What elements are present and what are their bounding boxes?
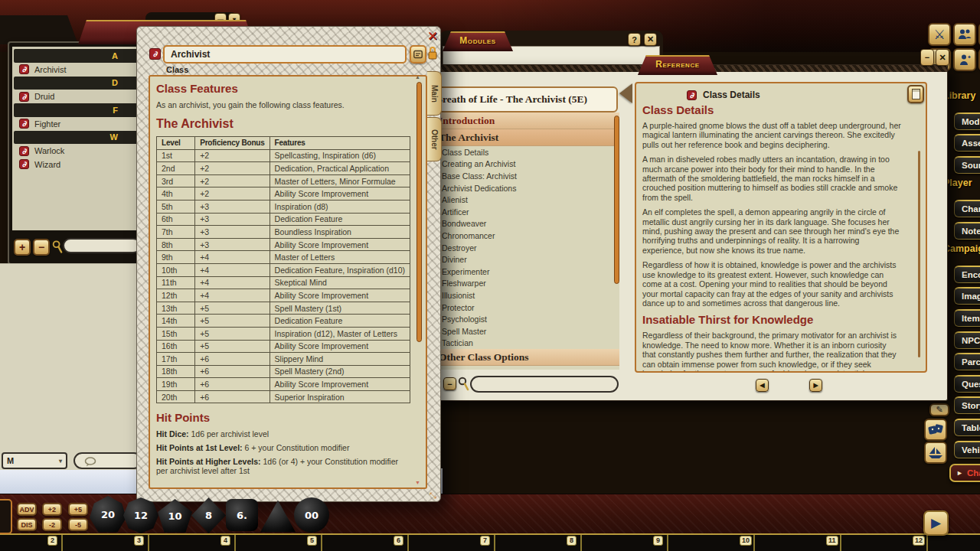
add-button[interactable]: + — [14, 239, 31, 256]
sidebar-item-parcels[interactable]: Parcels — [954, 353, 980, 370]
resize-handle[interactable]: ⤡ — [430, 491, 436, 500]
caret-down-icon: ▾ — [59, 458, 62, 465]
class-list-item-fighter[interactable]: ∂Fighter — [14, 117, 139, 131]
index-entry-artificer[interactable]: Artificer — [430, 206, 619, 218]
index-entry-spell-master[interactable]: Spell Master — [430, 325, 619, 337]
index-entry-psychologist[interactable]: Psychologist — [430, 313, 619, 325]
scroll-down-icon[interactable]: ▼ — [415, 480, 420, 485]
die-d6[interactable]: 6. — [226, 499, 258, 531]
modules-close-button[interactable]: ✕ — [644, 33, 657, 46]
chat-send-button[interactable]: ▶ — [923, 510, 949, 536]
index-search-input[interactable] — [470, 376, 619, 393]
sidebar-item-notes[interactable]: Notes — [954, 222, 980, 240]
sidebar-item-story[interactable]: Story — [954, 396, 980, 414]
ruler-number: 5 — [307, 536, 317, 546]
die-d12[interactable]: 12 — [123, 497, 158, 533]
ruler-number: 2 — [47, 536, 57, 546]
index-entry-fleshwarper[interactable]: Fleshwarper — [430, 278, 619, 290]
pencil-icon: ✎ — [936, 405, 942, 415]
content-breadcrumb: Class Details — [703, 90, 760, 100]
back-arrow-button[interactable] — [619, 83, 632, 103]
tab-modules[interactable]: Modules — [443, 31, 513, 51]
sidebar-item-items[interactable]: Items — [954, 309, 980, 327]
vehicles-boat-button[interactable] — [924, 442, 947, 464]
index-scrollbar[interactable] — [614, 116, 619, 284]
sidebar-item-images[interactable]: Images — [954, 287, 980, 305]
modifier-button-2[interactable]: +2 — [42, 503, 62, 516]
index-entry-the-archivist[interactable]: The Archivist — [430, 129, 619, 146]
index-entry-archivist-dedications[interactable]: Archivist Dedications — [430, 182, 619, 194]
index-entry-destroyer[interactable]: Destroyer — [430, 242, 619, 254]
index-entry-base-class-archivist[interactable]: Base Class: Archivist — [430, 170, 619, 182]
tab-reference[interactable]: Reference — [638, 55, 717, 75]
sidebar-item-quests[interactable]: Quests — [954, 375, 980, 393]
index-collapse-button[interactable]: − — [443, 377, 456, 390]
modifier-button-adv[interactable]: ADV — [17, 503, 37, 516]
group-icon — [958, 28, 972, 41]
modifier-button-2[interactable]: -2 — [42, 518, 62, 531]
sidebar-item-modules[interactable]: Modules — [954, 112, 980, 130]
dice-tower[interactable] — [0, 499, 12, 534]
index-entry-chronomancer[interactable]: Chronomancer — [430, 230, 619, 242]
modifier-button-5[interactable]: +5 — [68, 503, 88, 516]
class-name-field[interactable]: Archivist — [163, 45, 407, 64]
page-prev-button[interactable]: ◀ — [756, 379, 769, 392]
fg-class-icon: ∂ — [149, 48, 161, 60]
class-list-item-archivist[interactable]: ∂Archivist — [14, 63, 139, 77]
class-list-item-warlock[interactable]: ∂Warlock — [14, 145, 139, 158]
remove-button[interactable]: − — [33, 239, 50, 256]
portrait-button[interactable] — [410, 45, 426, 64]
index-entry-diviner[interactable]: Diviner — [430, 253, 619, 266]
letter-divider-w: W — [14, 131, 139, 145]
tab-other[interactable]: Other — [427, 117, 442, 161]
minimized-window-tab[interactable] — [0, 15, 78, 44]
index-entry-protector[interactable]: Protector — [430, 302, 619, 314]
story-pencil-button[interactable]: ✎ — [929, 403, 949, 416]
index-entry-introduction[interactable]: Introduction — [430, 112, 619, 129]
classes-search-input[interactable] — [63, 238, 141, 253]
index-entry-illusionist[interactable]: Illusionist — [430, 289, 619, 302]
scroll-up-icon[interactable]: ▲ — [415, 74, 420, 80]
tool-button-person-sparkle[interactable]: ✦ — [953, 48, 976, 71]
sidebar-item-characters[interactable]: Characters — [954, 200, 980, 217]
chat-language-select[interactable]: M ▾ — [2, 452, 67, 469]
content-scrollbar[interactable] — [918, 151, 920, 357]
index-entry-experimenter[interactable]: Experimenter — [430, 266, 619, 278]
lock-icon[interactable] — [427, 46, 438, 60]
sidebar-item-vehicles[interactable]: Vehicles — [954, 441, 980, 458]
index-entry-alienist[interactable]: Alienist — [430, 194, 619, 206]
class-list-item-wizard[interactable]: ∂Wizard — [14, 158, 139, 171]
sidebar-item-encounters[interactable]: Encounters — [954, 266, 980, 283]
modules-help-button[interactable]: ? — [628, 33, 641, 46]
hit-points-heading: Hit Points — [156, 411, 407, 424]
tables-dice-button[interactable] — [924, 419, 947, 441]
ruler-tick — [926, 535, 928, 551]
index-entry-other-class-options[interactable]: Other Class Options — [430, 349, 619, 366]
die-d100[interactable]: 00 — [294, 497, 329, 533]
sheet-scrollbar[interactable] — [416, 82, 422, 342]
index-entry-bondweaver[interactable]: Bondweaver — [430, 218, 619, 230]
reference-close-button[interactable]: ✕ — [936, 49, 949, 66]
sidebar-item-npcs[interactable]: NPCs — [954, 331, 980, 349]
table-heading: The Archivist — [156, 117, 407, 131]
class-progression-table: LevelProficiency BonusFeatures 1st+2Spel… — [156, 136, 410, 403]
class-list-item-druid[interactable]: ∂Druid — [14, 90, 139, 104]
close-icon[interactable]: ✕ — [425, 28, 440, 44]
tab-main[interactable]: Main — [427, 71, 442, 116]
modifier-button-5[interactable]: -5 — [68, 518, 88, 531]
tool-button-crossed-swords[interactable]: ⚔ — [928, 23, 951, 46]
page-next-button[interactable]: ▶ — [809, 379, 822, 392]
sidebar-item-sound-sets[interactable]: Sound Sets — [954, 156, 980, 174]
popout-page-button[interactable] — [907, 85, 924, 103]
sidebar-item-assets[interactable]: Assets — [954, 134, 980, 152]
chat-input[interactable] — [74, 452, 142, 469]
index-entry-class-details[interactable]: Class Details — [430, 146, 619, 158]
fantasy-grounds-desktop: 2 3 4 5 6 7 8 9 10 11 12 ▼ Tool ⚔±✦♪ Lib… — [0, 0, 980, 551]
index-entry-tactician[interactable]: Tactician — [430, 337, 619, 350]
modifier-button-dis[interactable]: DIS — [17, 518, 37, 531]
reference-minimize-button[interactable]: − — [920, 49, 934, 66]
tool-button-group[interactable] — [953, 23, 976, 46]
index-entry-creating-an-archivist[interactable]: Creating an Archivist — [430, 158, 619, 171]
sidebar-item-character[interactable]: ► Character — [949, 464, 980, 482]
sidebar-item-tables[interactable]: Tables — [954, 419, 980, 436]
